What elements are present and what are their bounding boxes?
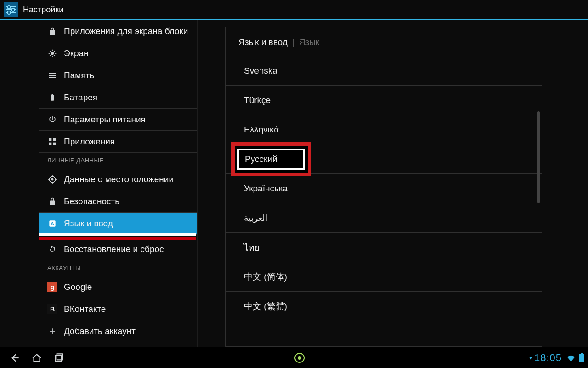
app-title: Настройки [23,5,63,15]
sidebar-item-display[interactable]: Экран [39,42,197,64]
nav-recent-button[interactable] [48,349,70,367]
notification-indicator-icon[interactable]: ▾ [529,354,532,362]
sidebar-item-apps[interactable]: Приложения [39,131,197,153]
svg-rect-11 [49,77,56,78]
breadcrumb: Язык и ввод | Язык [226,27,542,56]
sidebar-item-location[interactable]: Данные о местоположении [39,168,197,190]
detail-pane: Язык и ввод | Язык Svenska Türkçe Ελληνι… [198,20,588,347]
language-option[interactable]: 中文 (简体) [226,262,542,292]
svg-rect-10 [49,75,56,76]
settings-icon [4,2,18,17]
language-option[interactable]: Türkçe [226,86,542,115]
svg-rect-9 [49,73,56,74]
sidebar-item-label: Память [64,70,94,80]
sidebar-item-lockscreen-apps[interactable]: Приложения для экрана блоки [39,20,197,42]
sidebar-item-google[interactable]: g Google [39,276,197,298]
status-icons[interactable] [566,354,584,362]
content: Приложения для экрана блоки Экран Память… [0,20,588,347]
nav-center [70,353,529,363]
svg-rect-17 [53,142,56,145]
sidebar-section-personal: ЛИЧНЫЕ ДАННЫЕ [39,153,197,168]
system-navbar: ▾ 18:05 [0,347,588,368]
sidebar-item-backup-reset[interactable]: Восстановление и сброс [39,238,197,260]
svg-rect-15 [53,138,56,141]
lock-icon [47,26,57,36]
language-label: Ελληνικά [244,125,279,135]
sidebar-item-label: ВКонтакте [64,304,106,314]
voice-search-icon[interactable] [294,353,305,363]
sidebar-item-vk[interactable]: B ВКонтакте [39,298,197,320]
sidebar-item-label: Безопасность [64,196,119,207]
language-icon: A [47,218,57,229]
sidebar-section-accounts: АККАУНТЫ [39,260,197,276]
svg-point-18 [51,178,54,180]
wifi-icon [566,354,576,362]
svg-text:A: A [51,221,54,226]
vk-icon: B [47,304,57,314]
breadcrumb-sub: Язык [299,37,319,47]
sidebar-item-label: Батарея [64,92,97,103]
sidebar-item-label: Приложения для экрана блоки [64,26,188,36]
storage-icon [47,70,57,80]
svg-line-7 [50,55,51,56]
sidebar-item-power[interactable]: Параметры питания [39,109,197,131]
apps-icon [47,137,57,147]
sidebar-item-label: Google [64,282,92,292]
svg-line-6 [54,55,55,56]
google-icon: g [47,282,57,292]
sidebar-item-label: Данные о местоположении [64,174,174,184]
breadcrumb-separator: | [292,37,294,47]
annotation-highlight-box: Русский [231,142,311,176]
sidebar-item-add-account[interactable]: Добавить аккаунт [39,320,197,342]
language-label: Svenska [244,66,277,76]
svg-line-5 [50,51,51,52]
svg-rect-12 [51,95,54,101]
titlebar: Настройки [0,0,588,19]
svg-rect-14 [49,138,52,141]
language-option[interactable]: Ελληνικά [226,115,542,144]
power-icon [47,115,57,125]
add-icon [47,326,57,336]
language-label: Українська [244,184,288,194]
sidebar-item-label: Добавить аккаунт [64,326,136,336]
language-option-highlighted[interactable]: Русский [226,144,542,174]
sidebar-item-label: Экран [64,48,89,58]
sidebar-item-label: Приложения [64,137,115,147]
language-list[interactable]: Svenska Türkçe Ελληνικά Русский Українсь… [226,56,542,346]
annotation-underline-red [39,237,196,240]
language-option[interactable]: ไทย [226,233,542,262]
svg-rect-27 [57,354,63,360]
svg-rect-26 [55,355,61,361]
sidebar-item-label: Язык и ввод [64,218,113,229]
language-option[interactable]: Українська [226,174,542,203]
sidebar-item-language[interactable]: A Язык и ввод [39,213,197,235]
status-clock[interactable]: 18:05 [534,352,562,364]
language-label: العربية [244,213,267,223]
breadcrumb-main: Язык и ввод [238,37,288,47]
nav-back-button[interactable] [4,349,26,367]
settings-sidebar[interactable]: Приложения для экрана блоки Экран Память… [0,20,198,347]
sidebar-item-security[interactable]: Безопасность [39,190,197,213]
svg-point-0 [51,52,54,55]
language-label: Русский [245,154,277,164]
scrollbar-thumb[interactable] [537,111,540,203]
battery-icon [47,92,57,103]
battery-status-icon [579,354,584,362]
annotation-underline-white [39,233,196,236]
language-option[interactable]: 中文 (繁體) [226,292,542,321]
nav-home-button[interactable] [26,349,48,367]
language-option[interactable]: Svenska [226,56,542,86]
backup-icon [47,244,57,254]
language-panel: Язык и ввод | Язык Svenska Türkçe Ελληνι… [225,27,542,347]
language-label: 中文 (简体) [244,271,287,283]
sidebar-item-battery[interactable]: Батарея [39,86,197,109]
screen: Настройки Приложения для экрана блоки Эк… [0,0,588,368]
svg-rect-16 [49,142,52,145]
sidebar-item-storage[interactable]: Память [39,64,197,86]
language-label: 中文 (繁體) [244,300,287,312]
language-label: Türkçe [244,95,271,105]
sidebar-item-label: Восстановление и сброс [64,244,164,254]
language-option[interactable]: العربية [226,203,542,233]
language-label: ไทย [244,241,260,254]
svg-rect-13 [52,94,53,95]
